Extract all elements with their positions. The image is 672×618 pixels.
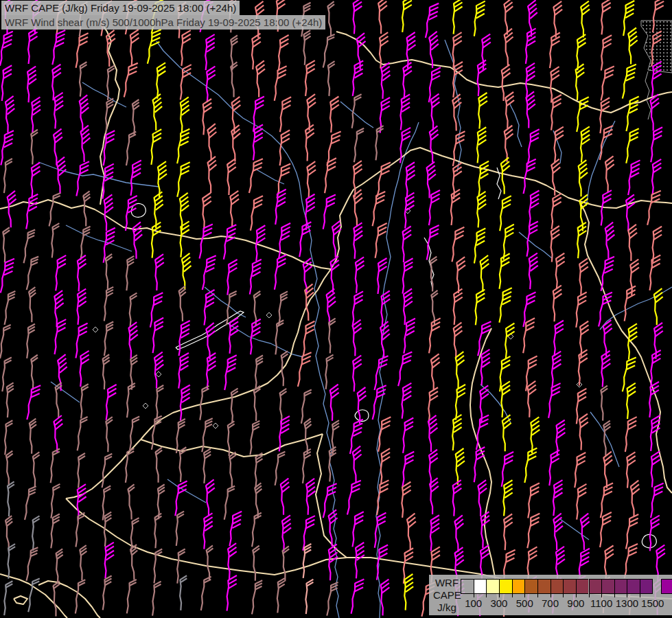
legend-tick-label: 900 <box>562 597 590 609</box>
legend-label-line: J/kg <box>433 602 461 614</box>
legend-cell <box>461 579 474 594</box>
legend-cell <box>512 579 525 594</box>
legend-cell <box>601 579 614 594</box>
legend-label: WRFCAPEJ/kg <box>433 577 461 614</box>
weather-map-stage: WRF CAPE (J/kg) Friday 19-09-2025 18:00 … <box>0 0 672 618</box>
legend-tick-label: 500 <box>511 597 538 609</box>
legend-cell <box>499 579 512 594</box>
legend-cell <box>589 579 602 594</box>
title-bar-windshear: WRF Wind shear (m/s) 500/1000hPa Friday … <box>1 15 325 30</box>
title-windshear-text: WRF Wind shear (m/s) 500/1000hPa Friday … <box>5 16 322 28</box>
legend-label-line: WRF <box>433 577 461 589</box>
legend-cell <box>576 579 589 594</box>
legend-tick-label: 1100 <box>588 597 615 609</box>
legend-cell <box>627 579 640 594</box>
legend-tick-label: 100 <box>460 597 487 609</box>
cape-color-legend: WRFCAPEJ/kg 100300500700900110013001500 <box>429 575 672 615</box>
legend-overflow-cell <box>661 579 672 594</box>
legend-cell <box>551 579 564 594</box>
weather-map <box>0 0 672 618</box>
legend-tick-label: 1500 <box>639 597 667 609</box>
legend-tick-label: 1300 <box>613 597 640 609</box>
legend-cell <box>640 579 653 594</box>
legend-tick-label: 300 <box>485 597 513 609</box>
legend-cell <box>614 579 627 594</box>
legend-label-line: CAPE <box>433 589 461 602</box>
legend-cell <box>474 579 487 594</box>
title-cape-text: WRF CAPE (J/kg) Friday 19-09-2025 18:00 … <box>5 2 236 14</box>
legend-tick-label: 700 <box>537 597 564 609</box>
legend-cell <box>524 579 537 594</box>
title-bar-cape: WRF CAPE (J/kg) Friday 19-09-2025 18:00 … <box>1 1 240 15</box>
legend-cell <box>486 579 499 594</box>
legend-cell <box>537 579 551 594</box>
legend-cell <box>563 579 576 594</box>
